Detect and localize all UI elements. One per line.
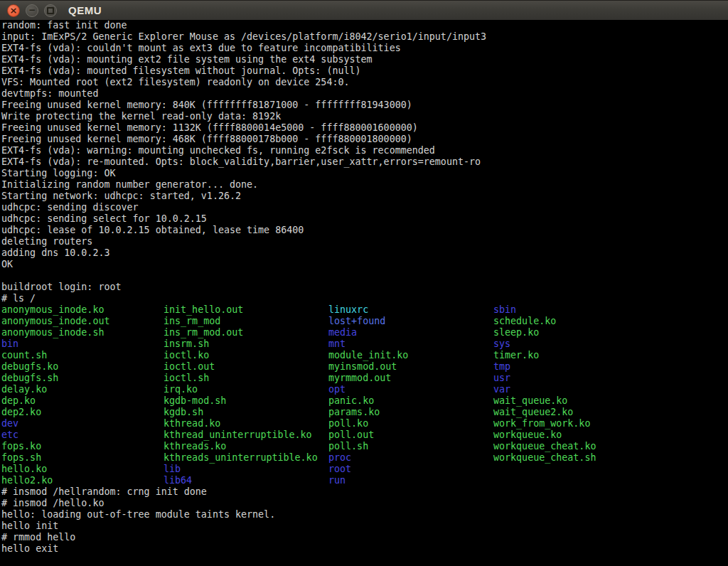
file-entry: anonymous_inode.out [1, 316, 164, 327]
file-entry: work_from_work.ko [493, 418, 590, 429]
terminal-line: EXT4-fs (vda): couldn't mount as ext3 du… [0, 43, 728, 54]
ls-row: hello.kolibroot [0, 464, 728, 475]
ls-row: anonymous_inode.shins_rm_mod.outmediasle… [0, 327, 728, 338]
file-entry: insrm.sh [164, 338, 328, 350]
file-entry: debugfs.sh [1, 373, 164, 384]
terminal-line: deleting routers [0, 236, 728, 247]
file-entry: dep2.ko [1, 407, 164, 418]
maximize-button[interactable] [44, 4, 57, 17]
file-entry: params.ko [328, 407, 493, 418]
file-entry: etc [1, 429, 164, 441]
file-entry: workqueue_cheat.ko [493, 441, 596, 452]
file-entry: poll.sh [328, 441, 493, 452]
file-entry: dep.ko [1, 395, 164, 407]
ls-row: anonymous_inode.outins_rm_modlost+founds… [0, 316, 728, 327]
terminal-line: udhcpc: sending select for 10.0.2.15 [0, 213, 728, 225]
terminal-line: udhcpc: sending discover [0, 202, 728, 213]
file-entry: lib [164, 464, 328, 475]
file-entry: sleep.ko [493, 327, 539, 338]
terminal-line: Freeing unused kernel memory: 1132K (fff… [0, 122, 728, 134]
terminal-line: udhcpc: lease of 10.0.2.15 obtained, lea… [0, 225, 728, 236]
boot-log: random: fast init doneinput: ImExPS/2 Ge… [0, 20, 728, 282]
ls-row: dep.kokgdb-mod.shpanic.kowait_queue.ko [0, 395, 728, 407]
file-entry: myrmmod.out [328, 373, 493, 384]
file-entry: root [328, 464, 493, 475]
terminal-line: Write protecting the kernel read-only da… [0, 111, 728, 122]
file-entry: sbin [493, 304, 516, 316]
terminal-line: random: fast init done [0, 20, 728, 31]
terminal-line: Freeing unused kernel memory: 468K (ffff… [0, 134, 728, 145]
file-entry: linuxrc [328, 304, 493, 316]
terminal-line: hello init [0, 520, 728, 532]
file-entry: ioctl.out [164, 361, 328, 373]
terminal-line: EXT4-fs (vda): re-mounted. Opts: block_v… [0, 156, 728, 168]
file-entry: wait_queue.ko [493, 395, 567, 407]
file-entry: delay.ko [1, 384, 164, 395]
file-entry: fops.ko [1, 441, 164, 452]
terminal-line: OK [0, 259, 728, 270]
file-entry: opt [328, 384, 493, 395]
post-command-lines: # insmod /hellrandom: crng init done# in… [0, 486, 728, 555]
file-entry: module_init.ko [328, 350, 493, 361]
file-entry: hello.ko [1, 464, 164, 475]
ls-row: fops.kokthreads.kopoll.shworkqueue_cheat… [0, 441, 728, 452]
file-entry: wait_queue2.ko [493, 407, 573, 418]
file-entry: debugfs.ko [1, 361, 164, 373]
file-entry: media [328, 327, 493, 338]
ls-row: etckthread_uninterruptible.kopoll.outwor… [0, 429, 728, 441]
file-entry: anonymous_inode.sh [1, 327, 164, 338]
file-entry: kgdb-mod.sh [164, 395, 328, 407]
file-entry: proc [328, 452, 493, 464]
file-entry: dev [1, 418, 164, 429]
file-entry: var [493, 384, 510, 395]
file-entry: poll.out [328, 429, 493, 441]
ls-row: dep2.kokgdb.shparams.kowait_queue2.ko [0, 407, 728, 418]
ls-row: debugfs.shioctl.shmyrmmod.outusr [0, 373, 728, 384]
file-entry: myinsmod.out [328, 361, 493, 373]
file-entry: ioctl.ko [164, 350, 328, 361]
terminal-line: Starting network: udhcpc: started, v1.26… [0, 191, 728, 202]
file-entry: kthread_uninterruptible.ko [164, 429, 328, 441]
close-button[interactable]: × [7, 4, 20, 17]
ls-row: fops.shkthreads_uninterruptible.koprocwo… [0, 452, 728, 464]
file-entry: kgdb.sh [164, 407, 328, 418]
file-entry: ins_rm_mod [164, 316, 328, 327]
file-entry: hello2.ko [1, 475, 164, 486]
terminal-line: EXT4-fs (vda): mounting ext2 file system… [0, 54, 728, 65]
ls-listing: anonymous_inode.koinit_hello.outlinuxrcs… [0, 304, 728, 486]
file-entry: irq.ko [164, 384, 328, 395]
terminal-line [0, 270, 728, 282]
ls-row: count.shioctl.komodule_init.kotimer.ko [0, 350, 728, 361]
file-entry: ins_rm_mod.out [164, 327, 328, 338]
maximize-icon [47, 7, 54, 14]
file-entry: kthread.ko [164, 418, 328, 429]
ls-row: bininsrm.shmntsys [0, 338, 728, 350]
terminal-line: EXT4-fs (vda): warning: mounting uncheck… [0, 145, 728, 156]
terminal-line: Initializing random number generator... … [0, 179, 728, 191]
minimize-button[interactable]: − [26, 4, 38, 17]
ls-command-line: # ls / [0, 293, 728, 304]
terminal-line: VFS: Mounted root (ext2 filesystem) read… [0, 77, 728, 88]
file-entry: lib64 [164, 475, 328, 486]
file-entry: bin [1, 338, 164, 350]
terminal-line: adding dns 10.0.2.3 [0, 247, 728, 259]
file-entry: fops.sh [1, 452, 164, 464]
terminal-line: # insmod /hello.ko [0, 498, 728, 509]
file-entry: run [328, 475, 493, 486]
file-entry: timer.ko [493, 350, 539, 361]
terminal-line: # insmod /hellrandom: crng init done [0, 486, 728, 498]
window-title: QEMU [68, 4, 102, 16]
file-entry: kthreads_uninterruptible.ko [164, 452, 328, 464]
terminal-line: input: ImExPS/2 Generic Explorer Mouse a… [0, 31, 728, 43]
terminal-line: # rmmod hello [0, 532, 728, 543]
terminal-line: devtmpfs: mounted [0, 88, 728, 100]
window-titlebar: × − QEMU [0, 0, 728, 20]
close-icon: × [10, 6, 18, 15]
file-entry: sys [493, 338, 510, 350]
file-entry: workqueue.ko [493, 429, 562, 441]
file-entry: workqueue_cheat.sh [493, 452, 596, 464]
file-entry: lost+found [328, 316, 493, 327]
file-entry: mnt [328, 338, 493, 350]
login-line: buildroot login: root [0, 282, 728, 293]
terminal-screen[interactable]: random: fast init doneinput: ImExPS/2 Ge… [0, 20, 728, 566]
